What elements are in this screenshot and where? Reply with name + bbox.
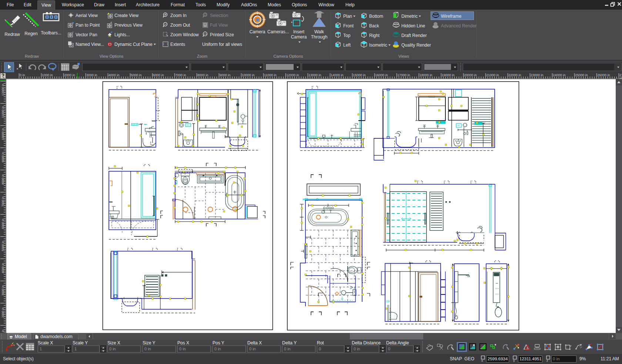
svg-text:1:1: 1:1: [204, 33, 207, 35]
svg-text:z: z: [546, 359, 548, 362]
svg-text:y: y: [513, 359, 515, 362]
svg-text:x: x: [481, 359, 483, 362]
